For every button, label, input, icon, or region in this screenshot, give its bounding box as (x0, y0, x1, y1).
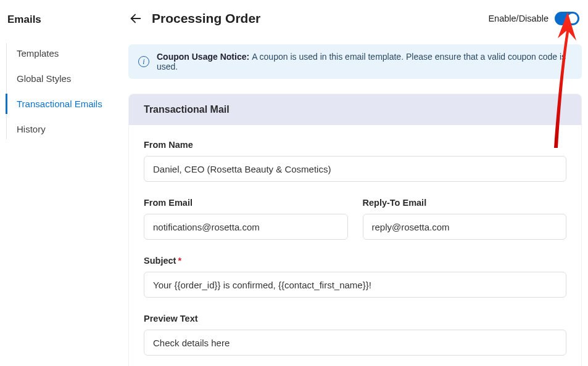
sidebar-list: Templates Global Styles Transactional Em… (6, 43, 128, 139)
coupon-notice: i Coupon Usage Notice:A coupon is used i… (128, 44, 582, 79)
sidebar: Emails Templates Global Styles Transacti… (0, 0, 128, 366)
from-email-input[interactable] (144, 214, 348, 240)
page-header: Processing Order Enable/Disable (128, 11, 582, 26)
reply-to-label: Reply-To Email (363, 198, 567, 208)
enable-toggle-group: Enable/Disable (488, 12, 579, 25)
preview-text-label: Preview Text (144, 314, 566, 323)
notice-bold: Coupon Usage Notice: (157, 52, 249, 62)
sidebar-item-templates[interactable]: Templates (7, 43, 128, 63)
notice-text: Coupon Usage Notice:A coupon is used in … (157, 52, 572, 71)
reply-to-input[interactable] (363, 214, 567, 240)
toggle-label: Enable/Disable (488, 14, 549, 23)
preview-text-input[interactable] (144, 330, 566, 356)
info-icon: i (138, 56, 149, 67)
enable-toggle[interactable] (555, 12, 579, 25)
subject-input[interactable] (144, 272, 566, 298)
sidebar-item-transactional-emails[interactable]: Transactional Emails (6, 94, 128, 114)
sidebar-item-global-styles[interactable]: Global Styles (7, 68, 128, 89)
from-name-label: From Name (144, 140, 566, 150)
from-email-label: From Email (144, 198, 348, 208)
transactional-mail-card: Transactional Mail From Name From Email … (128, 94, 582, 366)
subject-label: Subject* (144, 256, 566, 266)
from-name-input[interactable] (144, 156, 566, 182)
page-title: Processing Order (152, 11, 260, 26)
required-asterisk: * (178, 256, 181, 266)
main-content: Processing Order Enable/Disable i Coupon… (128, 0, 588, 366)
sidebar-title: Emails (6, 14, 128, 26)
arrow-left-icon (129, 12, 143, 25)
toggle-knob (568, 14, 578, 23)
sidebar-item-history[interactable]: History (7, 119, 128, 139)
back-button[interactable] (128, 11, 143, 26)
card-title: Transactional Mail (129, 94, 581, 125)
